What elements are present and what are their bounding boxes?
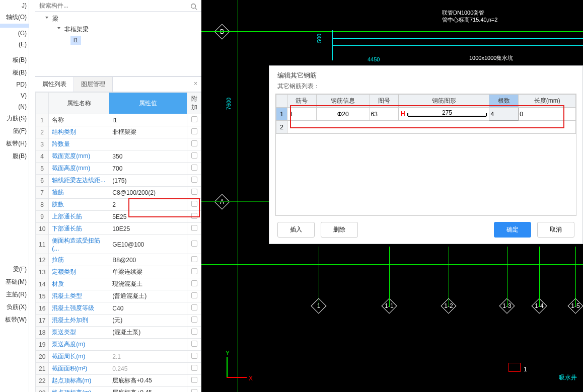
prop-extra[interactable]: [187, 327, 201, 339]
cell-num[interactable]: 1: [287, 108, 317, 121]
grid-rowhead[interactable]: 1: [276, 108, 287, 121]
cell-count[interactable]: 4: [489, 108, 519, 121]
nav-item[interactable]: [0, 50, 29, 54]
prop-extra[interactable]: [187, 351, 201, 363]
search-input[interactable]: [39, 2, 189, 9]
prop-name[interactable]: 材质: [49, 278, 109, 290]
prop-value[interactable]: (普通混凝土): [109, 290, 187, 302]
prop-row[interactable]: 18泵送类型(混凝土泵): [36, 327, 201, 339]
prop-value[interactable]: 0.245: [109, 363, 187, 375]
prop-extra[interactable]: [187, 266, 201, 278]
prop-row[interactable]: 23终点顶标高(m)层底标高+0.45: [36, 387, 201, 393]
prop-extra[interactable]: [187, 114, 201, 126]
prop-extra[interactable]: [187, 278, 201, 290]
prop-row[interactable]: 11侧面构造或受扭筋(...GE10@100: [36, 235, 201, 254]
nav-item[interactable]: 板带(W): [0, 313, 29, 326]
prop-value[interactable]: GE10@100: [109, 235, 187, 254]
prop-row[interactable]: 19泵送高度(m): [36, 339, 201, 351]
prop-value[interactable]: (混凝土泵): [109, 327, 187, 339]
nav-item[interactable]: 负筋(X): [0, 301, 29, 313]
prop-row[interactable]: 3跨数量: [36, 138, 201, 150]
prop-value[interactable]: C40: [109, 302, 187, 315]
grid-row[interactable]: 2: [276, 121, 576, 134]
nav-item[interactable]: (G): [0, 28, 29, 39]
prop-extra[interactable]: [187, 290, 201, 302]
nav-item[interactable]: (E): [0, 39, 29, 50]
prop-row[interactable]: 7箍筋C8@100/200(2): [36, 187, 201, 199]
prop-extra[interactable]: [187, 199, 201, 211]
prop-row[interactable]: 2结构类别非框架梁: [36, 126, 201, 138]
prop-name[interactable]: 名称: [49, 114, 109, 126]
nav-item[interactable]: [0, 24, 29, 28]
nav-item[interactable]: 腹(B): [0, 150, 29, 163]
prop-name[interactable]: 起点顶标高(m): [49, 375, 109, 387]
prop-row[interactable]: 22起点顶标高(m)层底标高+0.45: [36, 375, 201, 387]
component-search[interactable]: [35, 0, 201, 12]
prop-row[interactable]: 6轴线距梁左边线距...(175): [36, 175, 201, 187]
prop-name[interactable]: 定额类别: [49, 266, 109, 278]
prop-row[interactable]: 16混凝土强度等级C40: [36, 302, 201, 315]
prop-extra[interactable]: [187, 163, 201, 175]
prop-value[interactable]: C8@100/200(2): [109, 187, 187, 199]
prop-name[interactable]: 跨数量: [49, 138, 109, 150]
prop-extra[interactable]: [187, 175, 201, 187]
nav-item[interactable]: 板带(H): [0, 137, 29, 150]
grid-row[interactable]: 1 1 Φ20 63 H 275 4 0: [276, 108, 576, 121]
prop-value[interactable]: 现浇混凝土: [109, 278, 187, 290]
prop-value[interactable]: 2: [109, 199, 187, 211]
prop-extra[interactable]: [187, 315, 201, 327]
grid-col-num[interactable]: 筋号: [287, 95, 317, 108]
cancel-button[interactable]: 取消: [537, 222, 574, 238]
prop-extra[interactable]: [187, 254, 201, 266]
prop-value[interactable]: 2.1: [109, 351, 187, 363]
cell-shape[interactable]: H 275: [399, 108, 489, 121]
prop-value[interactable]: 单梁连续梁: [109, 266, 187, 278]
prop-name[interactable]: 泵送类型: [49, 327, 109, 339]
prop-value[interactable]: 700: [109, 163, 187, 175]
prop-row[interactable]: 10下部通长筋10E25: [36, 223, 201, 235]
prop-value[interactable]: 非框架梁: [109, 126, 187, 138]
grid-col-count[interactable]: 根数: [489, 95, 519, 108]
prop-name[interactable]: 肢数: [49, 199, 109, 211]
prop-row[interactable]: 13定额类别单梁连续梁: [36, 266, 201, 278]
nav-item[interactable]: 板(B): [0, 54, 29, 66]
prop-name[interactable]: 下部通长筋: [49, 223, 109, 235]
prop-row[interactable]: 5截面高度(mm)700: [36, 163, 201, 175]
prop-name[interactable]: 泵送高度(m): [49, 339, 109, 351]
prop-extra[interactable]: [187, 211, 201, 223]
prop-name[interactable]: 截面周长(m): [49, 351, 109, 363]
prop-name[interactable]: 上部通长筋: [49, 211, 109, 223]
prop-name[interactable]: 拉筋: [49, 254, 109, 266]
prop-value[interactable]: 层底标高+0.45: [109, 375, 187, 387]
prop-row[interactable]: 9上部通长筋5E25: [36, 211, 201, 223]
prop-name[interactable]: 箍筋: [49, 187, 109, 199]
prop-extra[interactable]: [187, 126, 201, 138]
prop-value[interactable]: 350: [109, 150, 187, 163]
prop-row[interactable]: 8肢数2: [36, 199, 201, 211]
prop-name[interactable]: 混凝土强度等级: [49, 302, 109, 315]
prop-value[interactable]: 10E25: [109, 223, 187, 235]
prop-extra[interactable]: [187, 363, 201, 375]
prop-row[interactable]: 14材质现浇混凝土: [36, 278, 201, 290]
nav-item[interactable]: 力筋(S): [0, 112, 29, 125]
prop-extra[interactable]: [187, 223, 201, 235]
prop-row[interactable]: 20截面周长(m)2.1: [36, 351, 201, 363]
nav-item[interactable]: 筋(F): [0, 125, 29, 137]
grid-col-shape[interactable]: 钢筋图形: [399, 95, 489, 108]
prop-value[interactable]: 5E25: [109, 211, 187, 223]
nav-item[interactable]: 梁(F): [0, 263, 29, 276]
prop-row[interactable]: 15混凝土类型(普通混凝土): [36, 290, 201, 302]
cell-fig[interactable]: 63: [370, 108, 399, 121]
tree-node-beam[interactable]: 梁: [35, 14, 201, 24]
prop-extra[interactable]: [187, 387, 201, 393]
prop-row[interactable]: 4截面宽度(mm)350: [36, 150, 201, 163]
prop-row[interactable]: 1名称l1: [36, 114, 201, 126]
prop-name[interactable]: 截面高度(mm): [49, 163, 109, 175]
prop-row[interactable]: 21截面面积(m²)0.245: [36, 363, 201, 375]
grid-col-len[interactable]: 长度(mm): [519, 95, 576, 108]
prop-value[interactable]: (175): [109, 175, 187, 187]
prop-extra[interactable]: [187, 187, 201, 199]
prop-row[interactable]: 12拉筋B8@200: [36, 254, 201, 266]
tab-properties[interactable]: 属性列表: [35, 77, 74, 92]
insert-button[interactable]: 插入: [277, 222, 315, 238]
